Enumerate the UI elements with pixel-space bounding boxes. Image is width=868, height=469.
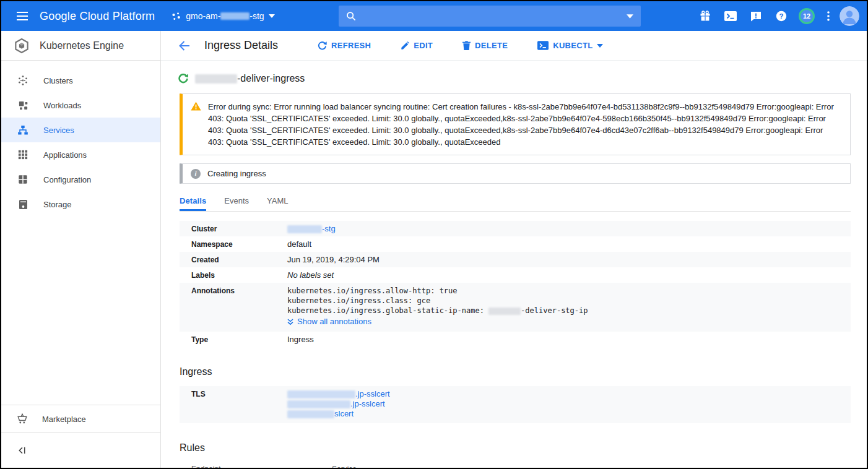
tls-cert-link[interactable]: .jp-sslcert	[287, 399, 851, 409]
services-icon	[17, 125, 28, 136]
tab-details[interactable]: Details	[180, 191, 206, 211]
table-row-tls: TLS .jp-sslcert .jp-sslcert slcert	[180, 386, 851, 423]
sidebar-item-applications[interactable]: Applications	[1, 142, 160, 167]
feedback-icon[interactable]	[745, 6, 766, 27]
edit-button[interactable]: EDIT	[401, 41, 433, 50]
redacted-text	[195, 74, 237, 84]
tls-cert-link[interactable]: slcert	[287, 409, 851, 419]
column-header-endpoint: Endpoint	[180, 465, 332, 468]
rules-table: Endpoint Service -deliver-stg.sp.gmossp-…	[180, 461, 412, 468]
column-header-service: Service	[332, 465, 412, 468]
product-logo[interactable]: Google Cloud Platform	[40, 10, 155, 23]
table-row-annotations: Annotations kubernetes.io/ingress.allow-…	[180, 283, 851, 332]
project-selector[interactable]: gmo-am--stg	[171, 11, 274, 22]
search-icon	[346, 11, 356, 21]
collapse-sidebar-icon	[17, 446, 27, 455]
refresh-button[interactable]: REFRESH	[318, 41, 371, 50]
collapse-sidebar-button[interactable]	[1, 433, 160, 468]
caret-down-icon	[269, 14, 275, 18]
sidebar-item-label: Workloads	[43, 101, 81, 110]
header-left: Google Cloud Platform gmo-am--stg	[1, 4, 339, 28]
row-label: Type	[180, 334, 287, 344]
sidebar-item-label: Applications	[43, 150, 87, 160]
section-title-rules: Rules	[180, 442, 851, 454]
svg-text:?: ?	[779, 12, 783, 20]
row-value: default	[287, 239, 851, 249]
redacted-text	[287, 390, 355, 398]
sidebar-item-label: Services	[43, 126, 74, 135]
redacted-text	[220, 12, 250, 20]
refresh-icon	[318, 41, 327, 50]
sidebar-item-marketplace[interactable]: Marketplace	[1, 405, 160, 432]
gift-icon[interactable]	[695, 6, 716, 27]
row-value: No labels set	[287, 270, 851, 280]
sidebar-item-services[interactable]: Services	[1, 118, 160, 142]
search-caret-down-icon[interactable]	[627, 14, 633, 19]
details-table: Cluster -stg Namespace default Created J…	[180, 221, 851, 347]
menu-icon[interactable]	[10, 4, 35, 28]
tls-cert-link[interactable]: .jp-sslcert	[287, 389, 851, 399]
annotation-line: kubernetes.io/ingress.global-static-ip-n…	[287, 306, 851, 316]
row-label: TLS	[180, 389, 287, 398]
info-banner: i Creating ingress	[180, 163, 851, 184]
project-dots-icon	[171, 11, 181, 22]
sidebar-nav: Clusters Workloads Services	[1, 61, 160, 217]
info-icon: i	[191, 169, 201, 179]
search-bar[interactable]	[339, 6, 641, 27]
tab-yaml[interactable]: YAML	[267, 191, 288, 211]
tls-table: TLS .jp-sslcert .jp-sslcert slcert	[180, 386, 851, 423]
sidebar-item-workloads[interactable]: Workloads	[1, 93, 160, 118]
row-label: Labels	[180, 270, 287, 280]
marketplace-cart-icon	[16, 413, 28, 424]
sidebar-item-clusters[interactable]: Clusters	[1, 68, 160, 93]
cloud-shell-icon[interactable]	[720, 6, 741, 27]
workloads-icon	[17, 100, 28, 111]
redacted-text	[488, 308, 521, 315]
warning-icon	[191, 101, 201, 148]
annotation-line: kubernetes.io/ingress.allow-http: true	[287, 286, 851, 296]
delete-button[interactable]: DELETE	[462, 41, 508, 50]
section-title-ingress: Ingress	[180, 366, 851, 377]
table-row-labels: Labels No labels set	[180, 267, 851, 283]
more-vert-icon[interactable]	[822, 6, 835, 27]
row-value: Ingress	[287, 334, 851, 345]
redacted-text	[287, 410, 334, 418]
table-row-cluster: Cluster -stg	[180, 221, 851, 236]
sidebar-spacer	[1, 217, 160, 405]
row-label: Namespace	[180, 239, 287, 249]
annotation-line: kubernetes.io/ingress.class: gce	[287, 296, 851, 306]
sidebar-item-configuration[interactable]: Configuration	[1, 167, 160, 192]
ingress-name-row: -deliver-ingress	[178, 73, 851, 84]
clusters-icon	[17, 75, 28, 86]
sidebar: Kubernetes Engine Clusters Workloads	[1, 31, 161, 468]
status-creating-icon	[178, 74, 188, 84]
row-value: .jp-sslcert .jp-sslcert slcert	[287, 389, 851, 419]
ingress-name: -deliver-ingress	[195, 73, 305, 84]
show-all-annotations-link[interactable]: Show all annotations	[287, 317, 851, 327]
kubernetes-engine-logo-icon	[14, 38, 30, 54]
table-row-created: Created Jun 19, 2019, 4:29:04 PM	[180, 252, 851, 267]
header-right: ? 12	[641, 6, 867, 27]
double-chevron-down-icon	[287, 319, 293, 325]
avatar[interactable]	[840, 6, 859, 26]
app-header: Google Cloud Platform gmo-am--stg	[1, 1, 867, 31]
kubectl-button[interactable]: KUBECTL	[537, 41, 603, 50]
configuration-icon	[17, 174, 28, 184]
kubectl-caret-down-icon	[597, 44, 603, 48]
row-value: kubernetes.io/ingress.allow-http: true k…	[287, 285, 851, 327]
page-content: -deliver-ingress Error during sync: Erro…	[161, 61, 867, 468]
notifications-badge[interactable]: 12	[796, 6, 817, 27]
row-label: Cluster	[180, 223, 287, 233]
search-input[interactable]	[362, 11, 627, 21]
back-arrow-icon[interactable]	[172, 33, 197, 58]
sidebar-item-storage[interactable]: Storage	[1, 192, 160, 217]
tab-events[interactable]: Events	[224, 191, 249, 211]
row-value: -stg	[287, 223, 851, 234]
help-icon[interactable]: ?	[771, 6, 792, 27]
error-banner: Error during sync: Error running load ba…	[180, 93, 851, 155]
cluster-link[interactable]: -stg	[287, 224, 336, 233]
row-label: Created	[180, 254, 287, 264]
page-title: Ingress Details	[204, 39, 278, 52]
sidebar-item-label: Marketplace	[42, 415, 86, 424]
sidebar-item-label: Configuration	[43, 175, 91, 184]
